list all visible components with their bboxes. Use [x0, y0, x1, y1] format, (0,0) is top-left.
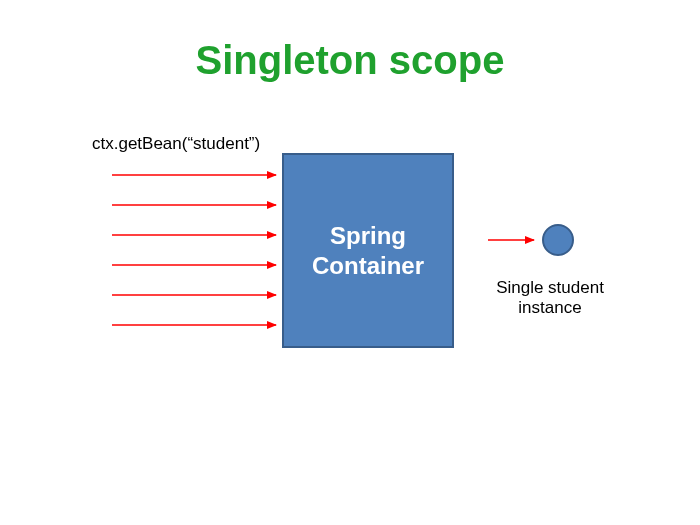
- spring-container-label: Spring Container: [284, 221, 452, 281]
- spring-container-box: Spring Container: [282, 153, 454, 348]
- instance-circle: [543, 225, 573, 255]
- diagram-title: Singleton scope: [0, 38, 700, 83]
- instance-label: Single student instance: [485, 278, 615, 319]
- caller-label: ctx.getBean(“student”): [92, 134, 260, 154]
- left-arrow-group: [112, 175, 276, 325]
